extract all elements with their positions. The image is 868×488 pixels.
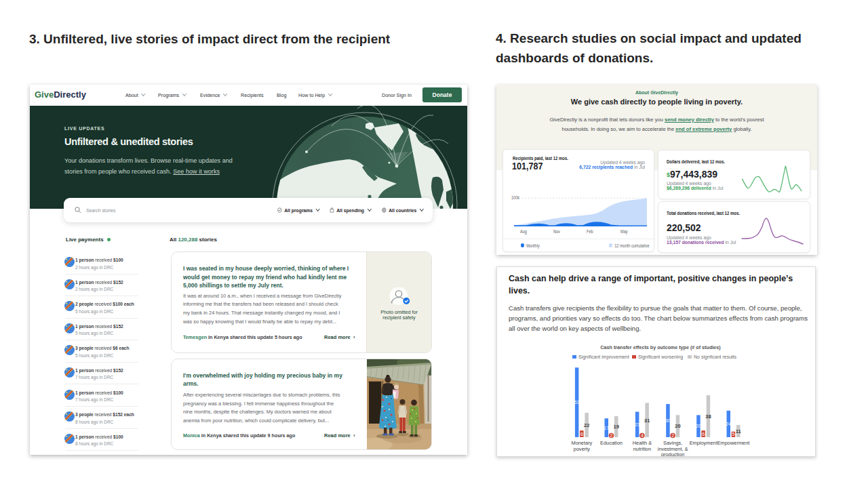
svg-text:30: 30 xyxy=(665,418,671,423)
svg-text:63: 63 xyxy=(574,400,580,405)
svg-text:38: 38 xyxy=(705,413,711,420)
svg-text:17: 17 xyxy=(604,426,609,430)
svg-text:4: 4 xyxy=(641,433,644,438)
svg-text:20: 20 xyxy=(675,423,680,429)
svg-text:20: 20 xyxy=(696,424,701,428)
svg-text:2: 2 xyxy=(610,433,612,438)
svg-text:19: 19 xyxy=(614,424,619,430)
svg-text:Employment: Employment xyxy=(690,440,717,446)
svg-text:23: 23 xyxy=(635,422,640,427)
svg-text:24: 24 xyxy=(726,422,731,426)
svg-text:poverty: poverty xyxy=(574,446,591,452)
svg-text:5: 5 xyxy=(732,432,734,436)
svg-text:6: 6 xyxy=(580,432,583,436)
svg-text:6: 6 xyxy=(702,432,705,436)
svg-text:31: 31 xyxy=(644,418,650,424)
svg-text:11: 11 xyxy=(736,428,741,434)
svg-text:2: 2 xyxy=(671,433,674,438)
svg-text:Empowerment: Empowerment xyxy=(717,440,750,446)
svg-text:nutrition: nutrition xyxy=(633,446,651,452)
svg-text:22: 22 xyxy=(584,422,589,428)
svg-text:Education: Education xyxy=(600,440,623,446)
svg-text:production: production xyxy=(661,451,685,457)
